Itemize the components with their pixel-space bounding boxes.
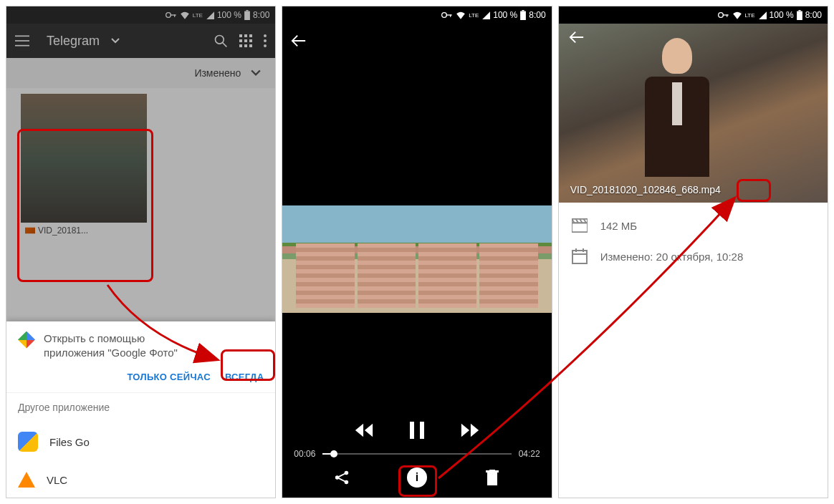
lte-label: LTE	[469, 12, 479, 19]
svg-rect-42	[572, 223, 588, 232]
status-bar: LTE 100 % 8:00	[282, 6, 551, 24]
svg-rect-26	[522, 10, 524, 11]
file-size-row: 142 МБ	[572, 218, 815, 233]
app-option-files-go[interactable]: Files Go	[6, 422, 275, 462]
svg-line-33	[338, 478, 345, 482]
svg-rect-24	[450, 14, 451, 16]
svg-line-32	[338, 474, 345, 478]
svg-rect-36	[489, 470, 495, 471]
filename-overlay: VID_20181020_102846_668.mp4	[570, 184, 721, 195]
seek-bar[interactable]	[322, 453, 511, 455]
clock: 8:00	[805, 10, 822, 20]
svg-rect-27	[410, 422, 414, 439]
player-controls: 00:06 04:22	[282, 422, 551, 459]
app-option-vlc[interactable]: VLC	[6, 462, 275, 498]
modified-value: Изменено: 20 октября, 10:28	[600, 251, 744, 263]
screen-video-player: LTE 100 % 8:00 00:06 04:22	[282, 6, 552, 498]
clapperboard-icon	[572, 218, 588, 233]
signal-icon	[481, 11, 490, 19]
screen-video-details: LTE 100 % 8:00 VID_20181020_102846_668.m…	[558, 6, 828, 498]
clock: 8:00	[529, 10, 545, 20]
vpn-key-icon	[718, 11, 729, 19]
calendar-icon	[572, 248, 588, 264]
elapsed-time: 00:06	[294, 449, 315, 459]
battery-pct: 100 %	[493, 10, 517, 20]
player-topbar	[282, 24, 551, 58]
open-with-text-line1: Открыть с помощью	[44, 332, 145, 344]
svg-point-22	[442, 13, 447, 18]
share-button[interactable]	[327, 463, 356, 492]
signal-icon	[758, 11, 767, 19]
sheet-header: Открыть с помощью приложения "Google Фот…	[6, 321, 275, 367]
video-frame[interactable]	[282, 205, 551, 313]
total-time: 04:22	[519, 449, 540, 459]
status-bar: LTE 100 % 8:00	[559, 6, 828, 24]
svg-rect-38	[722, 14, 728, 15]
app-label: Files Go	[49, 436, 90, 448]
lte-label: LTE	[745, 12, 755, 19]
battery-icon	[520, 10, 526, 20]
battery-icon	[797, 10, 802, 20]
svg-rect-28	[420, 422, 424, 439]
google-photos-icon	[18, 331, 35, 349]
other-apps-header: Другое приложение	[6, 392, 275, 422]
svg-rect-41	[798, 10, 800, 11]
info-button[interactable]: i	[403, 463, 431, 492]
delete-button[interactable]	[478, 463, 507, 492]
info-icon: i	[407, 467, 427, 488]
pause-icon[interactable]	[410, 422, 424, 439]
details-list: 142 МБ Изменено: 20 октября, 10:28	[559, 203, 828, 296]
wifi-icon	[456, 11, 466, 19]
rewind-icon[interactable]	[354, 423, 374, 437]
wifi-icon	[732, 11, 742, 19]
vlc-icon	[18, 472, 35, 488]
back-arrow-icon[interactable]	[569, 31, 585, 44]
svg-rect-44	[572, 251, 587, 263]
forward-icon[interactable]	[460, 423, 480, 437]
svg-rect-39	[727, 14, 727, 16]
open-with-text-line2: приложения "Google Фото"	[44, 346, 178, 359]
open-with-sheet: Открыть с помощью приложения "Google Фот…	[6, 321, 275, 498]
svg-rect-25	[520, 11, 526, 20]
progress-bar-row: 00:06 04:22	[282, 449, 551, 459]
back-arrow-icon[interactable]	[291, 34, 307, 47]
always-button[interactable]: ВСЕГДА	[225, 372, 264, 382]
battery-pct: 100 %	[770, 10, 794, 20]
svg-rect-34	[487, 472, 497, 485]
vpn-key-icon	[441, 11, 453, 19]
modified-row: Изменено: 20 октября, 10:28	[572, 248, 815, 264]
sheet-buttons: ТОЛЬКО СЕЙЧАС ВСЕГДА	[6, 366, 275, 392]
app-label: VLC	[47, 474, 67, 486]
screen-file-chooser: LTE 100 % 8:00 Telegram Изменено VID_201…	[6, 6, 276, 498]
svg-point-37	[718, 13, 723, 18]
files-go-icon	[18, 432, 38, 452]
details-hero-image[interactable]: VID_20181020_102846_668.mp4	[559, 24, 828, 203]
svg-rect-40	[797, 11, 802, 20]
svg-rect-23	[446, 14, 452, 15]
just-once-button[interactable]: ТОЛЬКО СЕЙЧАС	[127, 372, 210, 382]
video-subject-figure	[631, 38, 724, 188]
file-size-value: 142 МБ	[600, 220, 638, 232]
player-bottom-actions: i	[282, 463, 551, 492]
